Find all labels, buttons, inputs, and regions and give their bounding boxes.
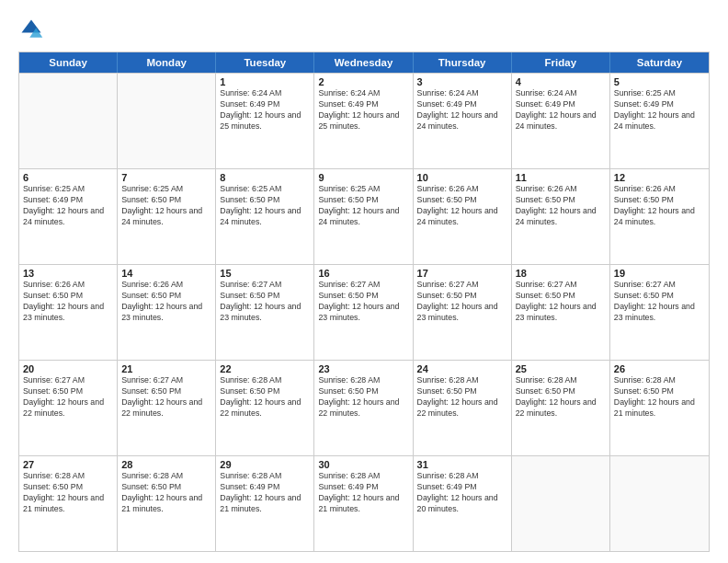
day-number: 30 (318, 459, 408, 470)
calendar-header: SundayMondayTuesdayWednesdayThursdayFrid… (19, 52, 709, 73)
day-number: 12 (614, 172, 705, 183)
day-number: 22 (220, 363, 310, 374)
day-info: Sunrise: 6:28 AM Sunset: 6:49 PM Dayligh… (220, 471, 310, 515)
day-cell-19: 19Sunrise: 6:27 AM Sunset: 6:50 PM Dayli… (610, 265, 709, 360)
day-number: 25 (516, 363, 606, 374)
day-number: 28 (121, 459, 211, 470)
day-number: 7 (121, 172, 211, 183)
day-info: Sunrise: 6:28 AM Sunset: 6:50 PM Dayligh… (121, 471, 211, 515)
day-info: Sunrise: 6:27 AM Sunset: 6:50 PM Dayligh… (318, 280, 408, 324)
day-cell-5: 5Sunrise: 6:25 AM Sunset: 6:49 PM Daylig… (610, 74, 709, 168)
week-row-3: 13Sunrise: 6:26 AM Sunset: 6:50 PM Dayli… (19, 264, 709, 360)
day-cell-18: 18Sunrise: 6:27 AM Sunset: 6:50 PM Dayli… (512, 265, 610, 360)
day-info: Sunrise: 6:24 AM Sunset: 6:49 PM Dayligh… (417, 88, 507, 132)
day-info: Sunrise: 6:24 AM Sunset: 6:49 PM Dayligh… (516, 88, 606, 132)
day-info: Sunrise: 6:27 AM Sunset: 6:50 PM Dayligh… (220, 280, 310, 324)
day-number: 20 (23, 363, 113, 374)
week-row-1: 1Sunrise: 6:24 AM Sunset: 6:49 PM Daylig… (19, 73, 709, 168)
day-number: 2 (318, 76, 408, 87)
day-number: 27 (23, 459, 113, 470)
day-header-tuesday: Tuesday (216, 52, 314, 73)
day-cell-17: 17Sunrise: 6:27 AM Sunset: 6:50 PM Dayli… (414, 265, 512, 360)
week-row-4: 20Sunrise: 6:27 AM Sunset: 6:50 PM Dayli… (19, 360, 709, 455)
day-cell-22: 22Sunrise: 6:28 AM Sunset: 6:50 PM Dayli… (216, 361, 314, 455)
day-number: 17 (417, 268, 507, 279)
day-cell-12: 12Sunrise: 6:26 AM Sunset: 6:50 PM Dayli… (610, 169, 709, 264)
day-number: 14 (121, 268, 211, 279)
day-info: Sunrise: 6:25 AM Sunset: 6:50 PM Dayligh… (318, 184, 408, 228)
day-info: Sunrise: 6:28 AM Sunset: 6:50 PM Dayligh… (516, 375, 606, 419)
day-cell-21: 21Sunrise: 6:27 AM Sunset: 6:50 PM Dayli… (118, 361, 216, 455)
empty-cell (118, 74, 216, 168)
day-cell-3: 3Sunrise: 6:24 AM Sunset: 6:49 PM Daylig… (414, 74, 512, 168)
empty-cell (19, 74, 118, 168)
day-info: Sunrise: 6:28 AM Sunset: 6:49 PM Dayligh… (318, 471, 408, 515)
logo-icon (18, 17, 44, 42)
day-cell-10: 10Sunrise: 6:26 AM Sunset: 6:50 PM Dayli… (414, 169, 512, 264)
day-number: 11 (516, 172, 606, 183)
day-info: Sunrise: 6:28 AM Sunset: 6:50 PM Dayligh… (23, 471, 113, 515)
day-header-wednesday: Wednesday (314, 52, 413, 73)
day-info: Sunrise: 6:28 AM Sunset: 6:50 PM Dayligh… (318, 375, 408, 419)
day-info: Sunrise: 6:26 AM Sunset: 6:50 PM Dayligh… (121, 280, 211, 324)
page: SundayMondayTuesdayWednesdayThursdayFrid… (0, 0, 728, 563)
day-cell-8: 8Sunrise: 6:25 AM Sunset: 6:50 PM Daylig… (216, 169, 314, 264)
day-cell-6: 6Sunrise: 6:25 AM Sunset: 6:49 PM Daylig… (19, 169, 118, 264)
logo (18, 17, 48, 42)
day-cell-15: 15Sunrise: 6:27 AM Sunset: 6:50 PM Dayli… (216, 265, 314, 360)
day-header-saturday: Saturday (610, 52, 709, 73)
day-cell-27: 27Sunrise: 6:28 AM Sunset: 6:50 PM Dayli… (19, 456, 118, 551)
day-info: Sunrise: 6:26 AM Sunset: 6:50 PM Dayligh… (516, 184, 606, 228)
day-cell-1: 1Sunrise: 6:24 AM Sunset: 6:49 PM Daylig… (216, 74, 314, 168)
day-info: Sunrise: 6:28 AM Sunset: 6:50 PM Dayligh… (614, 375, 705, 419)
day-cell-14: 14Sunrise: 6:26 AM Sunset: 6:50 PM Dayli… (118, 265, 216, 360)
day-number: 19 (614, 268, 705, 279)
day-cell-23: 23Sunrise: 6:28 AM Sunset: 6:50 PM Dayli… (314, 361, 413, 455)
day-number: 24 (417, 363, 507, 374)
day-number: 9 (318, 172, 408, 183)
day-number: 1 (220, 76, 310, 87)
day-header-thursday: Thursday (414, 52, 512, 73)
day-number: 16 (318, 268, 408, 279)
day-cell-29: 29Sunrise: 6:28 AM Sunset: 6:49 PM Dayli… (216, 456, 314, 551)
day-number: 6 (23, 172, 113, 183)
day-cell-26: 26Sunrise: 6:28 AM Sunset: 6:50 PM Dayli… (610, 361, 709, 455)
day-cell-28: 28Sunrise: 6:28 AM Sunset: 6:50 PM Dayli… (118, 456, 216, 551)
day-number: 5 (614, 76, 705, 87)
day-info: Sunrise: 6:27 AM Sunset: 6:50 PM Dayligh… (23, 375, 113, 419)
day-cell-7: 7Sunrise: 6:25 AM Sunset: 6:50 PM Daylig… (118, 169, 216, 264)
day-info: Sunrise: 6:28 AM Sunset: 6:49 PM Dayligh… (417, 471, 507, 515)
day-cell-24: 24Sunrise: 6:28 AM Sunset: 6:50 PM Dayli… (414, 361, 512, 455)
day-cell-16: 16Sunrise: 6:27 AM Sunset: 6:50 PM Dayli… (314, 265, 413, 360)
day-number: 3 (417, 76, 507, 87)
day-cell-9: 9Sunrise: 6:25 AM Sunset: 6:50 PM Daylig… (314, 169, 413, 264)
calendar: SundayMondayTuesdayWednesdayThursdayFrid… (18, 52, 710, 552)
day-cell-13: 13Sunrise: 6:26 AM Sunset: 6:50 PM Dayli… (19, 265, 118, 360)
day-info: Sunrise: 6:26 AM Sunset: 6:50 PM Dayligh… (614, 184, 705, 228)
day-info: Sunrise: 6:24 AM Sunset: 6:49 PM Dayligh… (220, 88, 310, 132)
day-info: Sunrise: 6:26 AM Sunset: 6:50 PM Dayligh… (23, 280, 113, 324)
day-number: 29 (220, 459, 310, 470)
day-header-monday: Monday (118, 52, 216, 73)
day-info: Sunrise: 6:25 AM Sunset: 6:49 PM Dayligh… (23, 184, 113, 228)
week-row-2: 6Sunrise: 6:25 AM Sunset: 6:49 PM Daylig… (19, 168, 709, 264)
day-cell-11: 11Sunrise: 6:26 AM Sunset: 6:50 PM Dayli… (512, 169, 610, 264)
day-number: 31 (417, 459, 507, 470)
empty-cell (610, 456, 709, 551)
day-info: Sunrise: 6:28 AM Sunset: 6:50 PM Dayligh… (417, 375, 507, 419)
day-cell-2: 2Sunrise: 6:24 AM Sunset: 6:49 PM Daylig… (314, 74, 413, 168)
day-cell-30: 30Sunrise: 6:28 AM Sunset: 6:49 PM Dayli… (314, 456, 413, 551)
day-header-sunday: Sunday (19, 52, 118, 73)
week-row-5: 27Sunrise: 6:28 AM Sunset: 6:50 PM Dayli… (19, 455, 709, 551)
empty-cell (512, 456, 610, 551)
day-info: Sunrise: 6:27 AM Sunset: 6:50 PM Dayligh… (516, 280, 606, 324)
day-info: Sunrise: 6:25 AM Sunset: 6:50 PM Dayligh… (121, 184, 211, 228)
day-number: 21 (121, 363, 211, 374)
day-info: Sunrise: 6:26 AM Sunset: 6:50 PM Dayligh… (417, 184, 507, 228)
day-cell-31: 31Sunrise: 6:28 AM Sunset: 6:49 PM Dayli… (414, 456, 512, 551)
day-cell-20: 20Sunrise: 6:27 AM Sunset: 6:50 PM Dayli… (19, 361, 118, 455)
day-number: 18 (516, 268, 606, 279)
header (18, 17, 710, 42)
day-number: 26 (614, 363, 705, 374)
day-number: 23 (318, 363, 408, 374)
